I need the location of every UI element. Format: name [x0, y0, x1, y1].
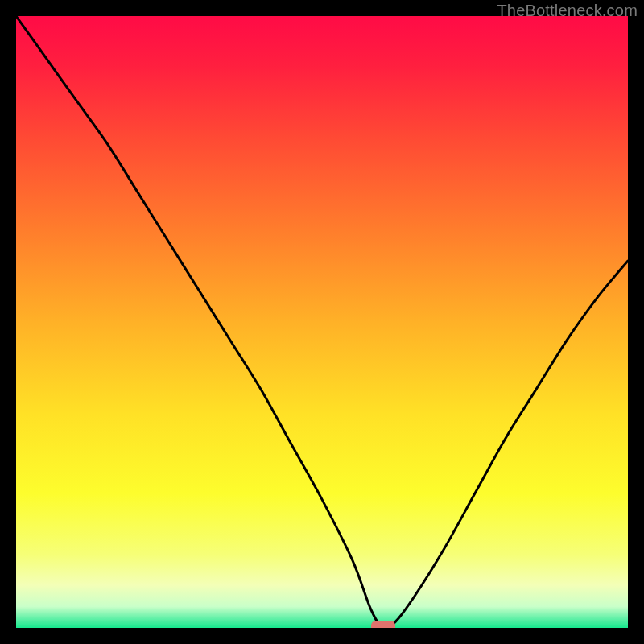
gradient-background — [16, 16, 628, 628]
chart-frame: TheBottleneck.com — [0, 0, 644, 644]
minimum-marker — [371, 621, 395, 628]
plot-area — [16, 16, 628, 628]
bottleneck-chart — [16, 16, 628, 628]
watermark-text: TheBottleneck.com — [497, 2, 638, 20]
